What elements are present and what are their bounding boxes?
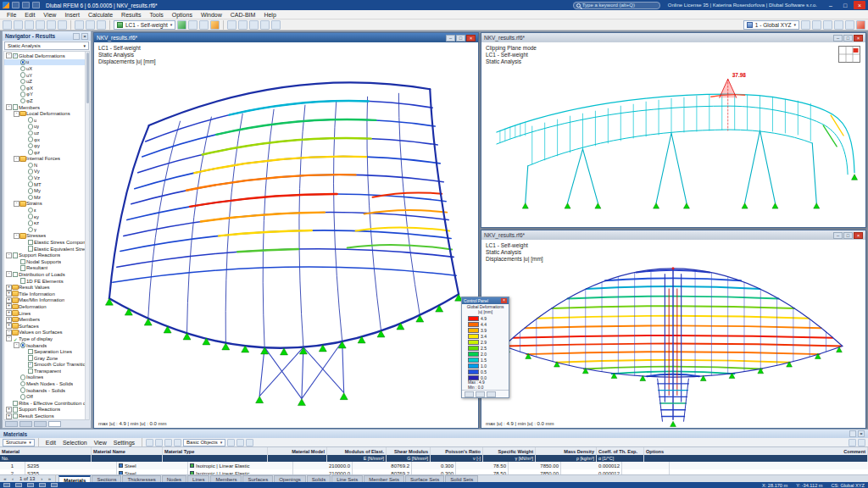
tree-item-control[interactable] <box>19 72 26 78</box>
table-tab[interactable]: Surface Sets <box>405 475 444 482</box>
tree-item-control[interactable] <box>27 208 34 214</box>
table-tab[interactable]: Members <box>210 475 242 482</box>
menu-item[interactable]: Calculate <box>84 12 117 18</box>
tree-item-control[interactable] <box>12 330 19 336</box>
tree-item[interactable]: φy <box>4 142 89 149</box>
tree-item[interactable]: Title Information <box>4 291 89 297</box>
table-tab[interactable]: Solids <box>307 475 331 482</box>
tree-item-control[interactable] <box>19 111 26 117</box>
materials-menu-item[interactable]: View <box>91 440 110 446</box>
tree-item[interactable]: Isobands - Solids <box>4 387 89 394</box>
tree-item[interactable]: uY <box>4 72 89 79</box>
tree-item[interactable]: Stresses <box>4 233 89 240</box>
tree-item-control[interactable] <box>19 374 26 380</box>
tree-item[interactable]: u <box>4 59 89 66</box>
tree-item-control[interactable] <box>12 252 19 258</box>
tree-item[interactable]: ε <box>4 207 89 214</box>
app-minimize-button[interactable]: – <box>825 1 837 9</box>
tree-item[interactable]: φY <box>4 92 89 98</box>
navigator-scrollbar[interactable] <box>85 52 89 419</box>
expander-icon[interactable] <box>14 342 19 348</box>
undo-icon[interactable] <box>47 20 56 30</box>
menu-item[interactable]: Tools <box>145 12 167 18</box>
prev-page-button[interactable]: ‹ <box>9 476 16 481</box>
table-tab[interactable]: Member Sets <box>364 475 404 482</box>
column-header[interactable]: Comment <box>842 447 868 455</box>
analysis-type-selector[interactable]: Static Analysis ▾ <box>4 42 89 50</box>
loads-icon[interactable] <box>210 20 220 30</box>
tree-item-control[interactable] <box>27 169 34 175</box>
column-header[interactable]: Coeff. of Th. Exp. <box>597 447 644 455</box>
first-page-button[interactable]: « <box>2 476 8 481</box>
tree-item[interactable]: Members <box>4 104 89 111</box>
window-close-button[interactable]: × <box>854 232 863 239</box>
legend-filter-button[interactable] <box>487 391 496 397</box>
clipping-plane-icon[interactable] <box>227 20 236 30</box>
delete-row-icon[interactable] <box>155 439 163 446</box>
tree-item-control[interactable] <box>19 265 26 271</box>
materials-menu-item[interactable]: Selection <box>59 440 91 446</box>
filter-icon[interactable] <box>164 439 172 446</box>
tree-item[interactable]: Gray Zone <box>4 355 89 362</box>
column-header[interactable]: Specific Weight <box>483 447 536 455</box>
tree-item[interactable]: Smooth Color Transition <box>4 362 89 369</box>
search-table-icon[interactable] <box>174 439 181 446</box>
snap-icon[interactable] <box>271 20 281 30</box>
delete-icon[interactable] <box>86 20 95 30</box>
tree-item[interactable]: Lines <box>4 310 89 317</box>
tree-item[interactable]: Global Deformations <box>4 53 89 59</box>
collapse-table-icon[interactable] <box>858 439 865 446</box>
tree-item-control[interactable] <box>12 291 19 297</box>
tree-item[interactable]: Support Reactions <box>4 252 89 258</box>
expander-icon[interactable] <box>6 252 12 258</box>
copy-icon[interactable] <box>75 20 84 30</box>
tree-item-control[interactable] <box>12 104 19 110</box>
window-titlebar[interactable]: NKV_results.rf6* – □ × <box>94 33 478 42</box>
menu-item[interactable]: Edit <box>20 12 39 18</box>
clipping-3d-viewport[interactable]: Clipping Plane mode LC1 - Self-weight St… <box>481 42 865 227</box>
expander-icon[interactable] <box>6 310 12 316</box>
window-minimize-button[interactable]: – <box>833 35 843 42</box>
column-header[interactable]: Mass Density <box>536 447 597 455</box>
table-scope-selector[interactable]: Structure ▾ <box>3 439 35 446</box>
tree-item[interactable]: N <box>4 162 89 169</box>
table-tab[interactable]: Openings <box>274 475 306 482</box>
menu-item[interactable]: View <box>39 12 60 18</box>
tree-item[interactable]: Members <box>4 316 89 323</box>
work-plane-icon[interactable] <box>260 20 270 30</box>
tree-item[interactable]: MT <box>4 181 89 188</box>
tree-item[interactable]: Max/Min Information <box>4 297 89 304</box>
snap-toggle-icon[interactable] <box>3 483 10 487</box>
tree-item-control[interactable] <box>19 342 26 348</box>
expander-icon[interactable] <box>6 104 12 110</box>
quick-save-icon[interactable] <box>12 2 19 8</box>
tree-item-control[interactable] <box>12 304 19 310</box>
guidelines-toggle-icon[interactable] <box>51 483 58 487</box>
tree-item-control[interactable] <box>27 240 34 246</box>
window-maximize-button[interactable]: □ <box>843 232 853 239</box>
tree-item[interactable]: Mz <box>4 194 89 201</box>
tree-item-control[interactable] <box>19 387 26 393</box>
table-tab[interactable]: Sections <box>92 475 121 482</box>
tree-item-control[interactable] <box>19 259 26 265</box>
column-header[interactable]: Material <box>0 447 92 455</box>
tree-item-control[interactable] <box>19 233 26 239</box>
tree-item[interactable]: Mesh Nodes - Solids <box>4 380 89 387</box>
tree-item-control[interactable] <box>19 66 26 72</box>
tree-item[interactable]: My <box>4 187 89 194</box>
ortho-toggle-icon[interactable] <box>27 483 34 487</box>
tree-item-control[interactable] <box>19 381 26 387</box>
menu-item[interactable]: Options <box>168 12 197 18</box>
tree-item[interactable]: Vy <box>4 169 89 175</box>
tree-item-control[interactable] <box>12 310 19 316</box>
tree-item[interactable]: Isolines <box>4 374 89 381</box>
tree-item-control[interactable] <box>27 117 34 123</box>
tree-item[interactable]: Local Deformations <box>4 110 89 117</box>
tree-item-control[interactable] <box>27 124 34 130</box>
tree-item-control[interactable] <box>27 163 34 169</box>
tree-item-control[interactable] <box>12 272 19 278</box>
tree-item-control[interactable] <box>19 79 26 85</box>
materials-menu-item[interactable]: Edit <box>42 440 59 446</box>
results-table-icon[interactable] <box>199 20 209 30</box>
tree-item-control[interactable] <box>12 413 19 419</box>
